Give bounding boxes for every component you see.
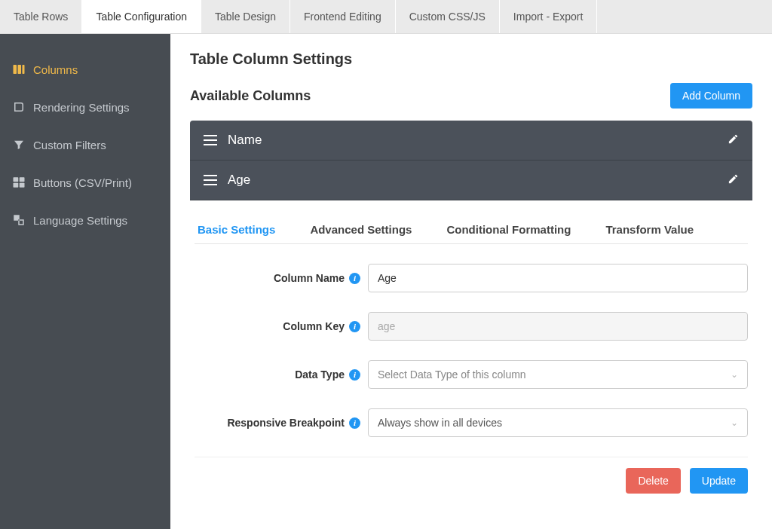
settings-sub-tabs: Basic Settings Advanced Settings Conditi… bbox=[195, 216, 748, 244]
svg-rect-4 bbox=[20, 177, 25, 182]
sidebar-item-label: Columns bbox=[33, 63, 78, 76]
delete-button[interactable]: Delete bbox=[626, 468, 680, 494]
sub-tab-basic[interactable]: Basic Settings bbox=[198, 216, 275, 243]
main-content: Table Column Settings Available Columns … bbox=[170, 34, 772, 529]
page-title: Table Column Settings bbox=[190, 50, 752, 68]
svg-rect-0 bbox=[14, 65, 17, 74]
top-tabs: Table Rows Table Configuration Table Des… bbox=[0, 0, 772, 34]
language-icon bbox=[12, 213, 26, 227]
responsive-breakpoint-select[interactable]: Always show in all devices ⌄ bbox=[368, 408, 748, 437]
sidebar-item-buttons[interactable]: Buttons (CSV/Print) bbox=[0, 164, 170, 201]
columns-icon bbox=[12, 63, 26, 76]
sub-tab-transform[interactable]: Transform Value bbox=[605, 216, 694, 243]
info-icon[interactable]: i bbox=[349, 321, 360, 332]
info-icon[interactable]: i bbox=[349, 273, 360, 284]
svg-rect-1 bbox=[18, 65, 22, 74]
svg-rect-2 bbox=[23, 65, 25, 74]
column-key-label: Column Key i bbox=[195, 320, 368, 332]
responsive-breakpoint-label: Responsive Breakpoint i bbox=[195, 417, 368, 429]
sidebar-item-columns[interactable]: Columns bbox=[0, 50, 170, 88]
sub-tab-conditional[interactable]: Conditional Formatting bbox=[446, 216, 571, 243]
svg-rect-5 bbox=[14, 183, 19, 188]
buttons-icon bbox=[12, 176, 26, 189]
sidebar-item-label: Rendering Settings bbox=[33, 101, 130, 114]
column-name-input[interactable] bbox=[368, 264, 748, 292]
column-key-input bbox=[368, 312, 748, 341]
sidebar: Columns Rendering Settings Custom Filter… bbox=[0, 34, 170, 529]
sub-tab-advanced[interactable]: Advanced Settings bbox=[310, 216, 412, 243]
chevron-down-icon: ⌄ bbox=[731, 369, 738, 380]
tab-frontend-editing[interactable]: Frontend Editing bbox=[290, 0, 396, 33]
drag-handle-icon[interactable] bbox=[204, 135, 217, 145]
column-label: Age bbox=[228, 173, 250, 188]
sidebar-item-rendering-settings[interactable]: Rendering Settings bbox=[0, 88, 170, 126]
section-title: Available Columns bbox=[190, 88, 311, 104]
tab-table-design[interactable]: Table Design bbox=[201, 0, 290, 33]
column-label: Name bbox=[228, 133, 262, 148]
column-name-label: Column Name i bbox=[195, 272, 368, 284]
info-icon[interactable]: i bbox=[349, 417, 360, 429]
sidebar-item-label: Language Settings bbox=[33, 214, 127, 227]
tab-import-export[interactable]: Import - Export bbox=[500, 0, 598, 33]
column-list: Name Age bbox=[190, 121, 752, 200]
tab-custom-css-js[interactable]: Custom CSS/JS bbox=[396, 0, 500, 33]
svg-rect-6 bbox=[20, 183, 25, 188]
drag-handle-icon[interactable] bbox=[204, 175, 217, 185]
sidebar-item-custom-filters[interactable]: Custom Filters bbox=[0, 126, 170, 164]
sidebar-item-label: Custom Filters bbox=[33, 139, 106, 151]
chevron-down-icon: ⌄ bbox=[731, 417, 738, 428]
column-row-name[interactable]: Name bbox=[190, 121, 752, 161]
filter-icon bbox=[12, 138, 26, 151]
edit-icon[interactable] bbox=[728, 133, 739, 147]
rendering-icon bbox=[12, 100, 26, 114]
edit-icon[interactable] bbox=[728, 173, 739, 187]
column-row-age[interactable]: Age bbox=[190, 161, 752, 200]
sidebar-item-label: Buttons (CSV/Print) bbox=[33, 176, 132, 189]
tab-table-configuration[interactable]: Table Configuration bbox=[82, 0, 201, 33]
update-button[interactable]: Update bbox=[690, 468, 748, 494]
tab-table-rows[interactable]: Table Rows bbox=[0, 0, 82, 33]
data-type-select[interactable]: Select Data Type of this column ⌄ bbox=[368, 360, 748, 389]
svg-rect-3 bbox=[14, 177, 19, 182]
add-column-button[interactable]: Add Column bbox=[670, 83, 752, 109]
data-type-label: Data Type i bbox=[195, 368, 368, 381]
info-icon[interactable]: i bbox=[349, 369, 360, 381]
sidebar-item-language-settings[interactable]: Language Settings bbox=[0, 201, 170, 239]
